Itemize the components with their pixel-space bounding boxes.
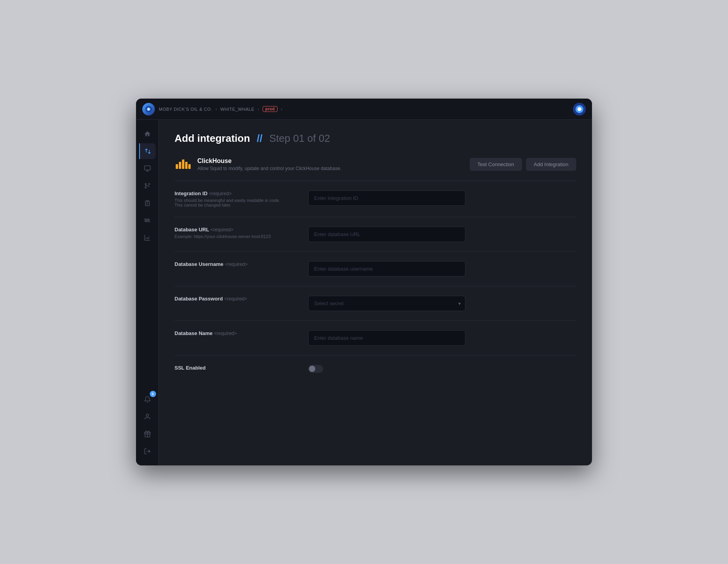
field-input-col-database-url	[308, 227, 576, 242]
topbar: MOBY DICK'S OIL & CO. › WHITE_WHALE › pr…	[136, 99, 592, 120]
toggle-knob	[309, 366, 315, 372]
topbar-left: MOBY DICK'S OIL & CO. › WHITE_WHALE › pr…	[142, 103, 283, 115]
sidebar-item-waves[interactable]	[140, 212, 155, 228]
field-label-col-database-username: Database Username <required>	[175, 261, 292, 269]
branch-icon	[144, 182, 151, 189]
divider-4	[175, 320, 576, 321]
field-label-col-database-name: Database Name <required>	[175, 330, 292, 338]
sidebar-item-branch[interactable]	[140, 178, 155, 194]
field-hint-database-url: Example: https://your-clickhouse-server-…	[175, 234, 292, 239]
test-connection-button[interactable]: Test Connection	[470, 158, 522, 171]
ch-bar-2	[179, 162, 181, 169]
breadcrumb-project: WHITE_WHALE	[220, 107, 254, 112]
env-badge: prod	[263, 106, 278, 112]
required-tag-database-url: <required>	[211, 227, 233, 233]
field-label-database-username: Database Username <required>	[175, 261, 292, 267]
integration-id-input[interactable]	[308, 190, 465, 206]
field-label-integration-id: Integration ID <required>	[175, 190, 292, 196]
breadcrumb: MOBY DICK'S OIL & CO. › WHITE_WHALE › pr…	[159, 106, 283, 112]
form-row-database-password: Database Password <required> Select secr…	[175, 296, 576, 311]
divider-2	[175, 251, 576, 252]
app-logo	[142, 103, 155, 115]
password-select-wrapper: Select secret Secret 1 Secret 2 ▾	[308, 296, 465, 311]
breadcrumb-sep-3: ›	[281, 106, 283, 112]
svg-point-5	[577, 107, 581, 111]
svg-rect-6	[144, 166, 150, 170]
integration-form: Integration ID <required> This should be…	[175, 190, 576, 373]
form-row-integration-id: Integration ID <required> This should be…	[175, 190, 576, 207]
sidebar: 5	[136, 120, 159, 465]
form-row-database-username: Database Username <required>	[175, 261, 576, 277]
ssl-toggle-wrapper	[308, 365, 576, 373]
integration-text: ClickHouse Allow Squid to modify, update…	[197, 157, 342, 171]
field-label-ssl-enabled: SSL Enabled	[175, 365, 292, 371]
page-title: Add integration // Step 01 of 02	[175, 132, 576, 145]
divider-1	[175, 217, 576, 217]
field-label-database-name: Database Name <required>	[175, 330, 292, 336]
field-label-col-database-url: Database URL <required> Example: https:/…	[175, 227, 292, 239]
avatar[interactable]	[573, 103, 586, 115]
sidebar-item-transfer[interactable]	[139, 143, 156, 159]
action-buttons: Test Connection Add Integration	[470, 158, 576, 171]
logout-icon	[144, 448, 151, 455]
database-password-select[interactable]: Select secret Secret 1 Secret 2	[308, 296, 465, 311]
divider-3	[175, 286, 576, 286]
topbar-right	[573, 103, 586, 115]
form-row-database-name: Database Name <required>	[175, 330, 576, 346]
notifications-badge: 5	[150, 391, 156, 397]
gift-icon	[144, 430, 151, 438]
transfer-icon	[144, 148, 151, 155]
ssl-toggle[interactable]	[308, 365, 323, 373]
integration-description: Allow Squid to modify, update and contro…	[197, 166, 342, 171]
sidebar-item-notifications[interactable]: 5	[140, 392, 155, 407]
form-row-ssl-enabled: SSL Enabled	[175, 365, 576, 373]
monitor-icon	[144, 165, 151, 172]
waves-icon	[144, 217, 151, 224]
sidebar-item-clipboard[interactable]	[140, 195, 155, 211]
integration-name: ClickHouse	[197, 157, 342, 165]
main-layout: 5 Add integration //	[136, 120, 592, 465]
chart-icon	[144, 234, 151, 241]
svg-point-11	[146, 414, 149, 416]
required-tag-database-username: <required>	[225, 262, 248, 267]
breadcrumb-sep-2: ›	[257, 106, 259, 112]
user-icon	[144, 413, 151, 420]
sidebar-item-user[interactable]	[140, 409, 155, 425]
field-hint-integration-id: This should be meaningful and easily rea…	[175, 198, 292, 207]
field-label-col-database-password: Database Password <required>	[175, 296, 292, 303]
add-integration-button[interactable]: Add Integration	[526, 158, 576, 171]
sidebar-item-monitor[interactable]	[140, 161, 155, 176]
field-input-col-ssl-enabled	[308, 365, 576, 373]
divider-5	[175, 355, 576, 355]
required-tag-database-password: <required>	[224, 296, 247, 302]
ch-bar-3	[182, 159, 184, 169]
field-input-col-database-password: Select secret Secret 1 Secret 2 ▾	[308, 296, 576, 311]
integration-header: ClickHouse Allow Squid to modify, update…	[175, 156, 576, 181]
svg-rect-10	[146, 200, 148, 201]
sidebar-item-chart[interactable]	[140, 230, 155, 245]
field-input-col-database-username	[308, 261, 576, 277]
sidebar-item-home[interactable]	[140, 126, 155, 142]
sidebar-item-settings[interactable]	[140, 426, 155, 442]
required-tag-integration-id: <required>	[209, 191, 232, 196]
ch-bar-4	[185, 162, 188, 169]
required-tag-database-name: <required>	[214, 331, 237, 336]
sidebar-item-logout[interactable]	[140, 443, 155, 459]
clickhouse-icon	[175, 156, 192, 173]
field-label-col-ssl-enabled: SSL Enabled	[175, 365, 292, 372]
svg-point-2	[148, 108, 150, 110]
bell-icon	[144, 396, 151, 403]
ch-bar-1	[176, 164, 178, 169]
svg-point-9	[149, 183, 150, 185]
clipboard-icon	[144, 200, 151, 207]
field-input-col-integration-id	[308, 190, 576, 206]
database-name-input[interactable]	[308, 330, 465, 346]
app-window: MOBY DICK'S OIL & CO. › WHITE_WHALE › pr…	[136, 99, 592, 465]
database-url-input[interactable]	[308, 227, 465, 242]
home-icon	[144, 130, 151, 137]
database-username-input[interactable]	[308, 261, 465, 277]
field-label-database-password: Database Password <required>	[175, 296, 292, 302]
field-label-database-url: Database URL <required>	[175, 227, 292, 233]
breadcrumb-sep-1: ›	[215, 106, 217, 112]
field-input-col-database-name	[308, 330, 576, 346]
